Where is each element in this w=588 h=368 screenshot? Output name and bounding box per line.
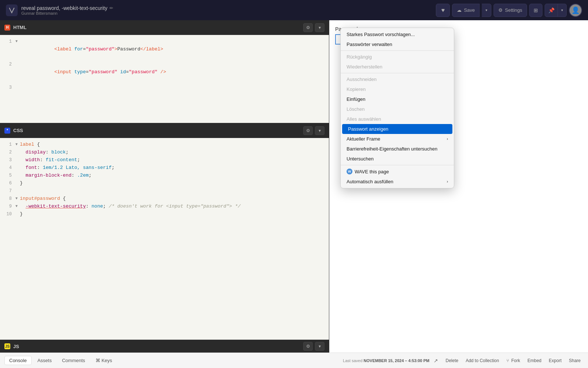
css-pane: * CSS ⚙ ▾ 1 ▼ label { 2 display	[0, 123, 329, 340]
cm-sep-2	[341, 73, 454, 73]
preview-panel: Password Starkes Passwort vorschlagen...…	[329, 20, 588, 353]
html-line-3: 3	[0, 84, 329, 92]
share-link[interactable]: Share	[566, 357, 584, 365]
cm-undo: Rückgängig	[341, 52, 454, 62]
edit-icon[interactable]: ✏	[110, 6, 113, 11]
cm-inspect[interactable]: Untersuchen	[341, 154, 454, 164]
author-name: Gunnar Bittersmann	[21, 11, 432, 15]
css-code-area[interactable]: 1 ▼ label { 2 display: block; 3 width: f…	[0, 138, 329, 340]
grid-button[interactable]: ⊞	[529, 4, 542, 17]
js-settings-button[interactable]: ⚙	[303, 342, 313, 351]
html-collapse-button[interactable]: ▾	[315, 23, 325, 32]
delete-link[interactable]: Delete	[442, 357, 461, 365]
cm-manage-passwords[interactable]: Passwörter verwalten	[341, 39, 454, 49]
css-line-4: 4 font: 1em/1.2 Lato, sans-serif;	[0, 164, 329, 172]
main-area: H HTML ⚙ ▾ 1 ▼ <label for="password">Pas…	[0, 20, 588, 353]
settings-label: Settings	[505, 7, 522, 13]
pin-dropdown-button[interactable]: ▾	[558, 4, 567, 17]
context-menu: Starkes Passwort vorschlagen... Passwört…	[340, 28, 454, 188]
cm-autofill[interactable]: Automatisch ausfüllen ›	[341, 177, 454, 187]
css-badge: *	[4, 128, 10, 134]
tab-keys[interactable]: ⌘ Keys	[91, 356, 117, 365]
cm-sep-1	[341, 50, 454, 51]
html-line-1: 1 ▼ <label for="password">Password</labe…	[0, 38, 329, 61]
css-pane-header: * CSS ⚙ ▾	[0, 123, 329, 138]
pin-group: 📌 ▾	[545, 4, 567, 17]
cm-paste[interactable]: Einfügen	[341, 94, 454, 104]
add-to-collection-link[interactable]: Add to Collection	[463, 357, 502, 365]
css-line-3: 3 width: fit-content;	[0, 156, 329, 164]
html-pane-header: H HTML ⚙ ▾	[0, 20, 329, 35]
css-settings-button[interactable]: ⚙	[303, 126, 313, 135]
app-logo	[6, 4, 18, 16]
page-title: reveal password, -webkit-text-security ✏	[21, 5, 432, 11]
cm-cut: Ausschneiden	[341, 74, 454, 84]
gear-icon: ⚙	[498, 7, 503, 13]
js-pane-title: JS	[13, 344, 300, 349]
fork-icon: ⑂	[506, 358, 509, 363]
fork-link[interactable]: ⑂ Fork	[503, 357, 523, 365]
last-saved-status: Last saved NOVEMBER 15, 2024 – 4:53:00 P…	[343, 358, 429, 363]
css-line-7: 7	[0, 187, 329, 195]
css-line-8: 8 ▼ input#password {	[0, 195, 329, 203]
cm-redo: Wiederherstellen	[341, 62, 454, 72]
pin-button[interactable]: 📌	[545, 4, 558, 17]
like-button[interactable]: ♥	[436, 4, 450, 17]
preview-content: Password Starkes Passwort vorschlagen...…	[329, 20, 588, 353]
wave-icon: W	[347, 169, 352, 174]
js-collapse-button[interactable]: ▾	[315, 342, 325, 351]
chevron-right-icon: ›	[447, 137, 448, 141]
html-pane: H HTML ⚙ ▾ 1 ▼ <label for="password">Pas…	[0, 20, 329, 123]
css-collapse-button[interactable]: ▾	[315, 126, 325, 135]
export-link[interactable]: Export	[546, 357, 564, 365]
css-line-1: 1 ▼ label {	[0, 141, 329, 149]
html-settings-button[interactable]: ⚙	[303, 23, 313, 32]
js-pane-actions: ⚙ ▾	[303, 342, 325, 351]
avatar[interactable]: 👤	[569, 4, 582, 17]
html-code-area[interactable]: 1 ▼ <label for="password">Password</labe…	[0, 35, 329, 123]
cm-delete: Löschen	[341, 104, 454, 114]
save-label: Save	[464, 7, 475, 13]
css-pane-title: CSS	[13, 128, 300, 133]
html-badge: H	[4, 25, 10, 31]
title-area: reveal password, -webkit-text-security ✏…	[21, 5, 432, 15]
tab-comments[interactable]: Comments	[58, 356, 90, 365]
html-line-2: 2 <input type="password" id="password" /…	[0, 61, 329, 84]
open-external-button[interactable]: ↗	[431, 355, 441, 366]
cm-suggest-password[interactable]: Starkes Passwort vorschlagen...	[341, 29, 454, 39]
chevron-right-icon-2: ›	[447, 180, 448, 184]
title-text: reveal password, -webkit-text-security	[21, 5, 107, 11]
topbar-actions: ♥ ☁ Save ▾ ⚙ Settings ⊞ 📌 ▾ 👤	[436, 4, 582, 17]
css-line-9: 9 ▼ -webkit-text-security: none; /* does…	[0, 203, 329, 210]
cm-sep-3	[341, 165, 454, 165]
settings-button[interactable]: ⚙ Settings	[494, 4, 527, 17]
js-pane-header: JS JS ⚙ ▾	[0, 340, 329, 353]
css-pane-actions: ⚙ ▾	[303, 126, 325, 135]
embed-link[interactable]: Embed	[524, 357, 544, 365]
css-line-10: 10 }	[0, 210, 329, 218]
cm-wave[interactable]: W WAVE this page	[341, 166, 454, 177]
tab-console[interactable]: Console	[4, 356, 32, 365]
cm-show-password[interactable]: Passwort anzeigen	[342, 124, 452, 134]
js-badge: JS	[4, 343, 10, 349]
tab-assets[interactable]: Assets	[33, 356, 56, 365]
cm-copy: Kopieren	[341, 84, 454, 94]
bottom-bar: Console Assets Comments ⌘ Keys Last save…	[0, 353, 588, 368]
editor-panel: H HTML ⚙ ▾ 1 ▼ <label for="password">Pas…	[0, 20, 329, 353]
html-pane-actions: ⚙ ▾	[303, 23, 325, 32]
cloud-icon: ☁	[457, 7, 462, 13]
save-dropdown-button[interactable]: ▾	[482, 4, 491, 17]
html-pane-title: HTML	[13, 25, 300, 30]
css-line-6: 6 }	[0, 180, 329, 187]
cm-current-frame[interactable]: Aktueller Frame ›	[341, 134, 454, 144]
cm-accessibility[interactable]: Barrierefreiheit-Eigenschaften untersuch…	[341, 144, 454, 154]
cm-select-all: Alles auswählen	[341, 114, 454, 124]
save-button[interactable]: ☁ Save	[452, 4, 480, 17]
css-line-5: 5 margin-block-end: .2em;	[0, 172, 329, 180]
topbar: reveal password, -webkit-text-security ✏…	[0, 0, 588, 20]
context-menu-overlay: Starkes Passwort vorschlagen... Passwört…	[340, 28, 454, 188]
css-line-2: 2 display: block;	[0, 149, 329, 156]
